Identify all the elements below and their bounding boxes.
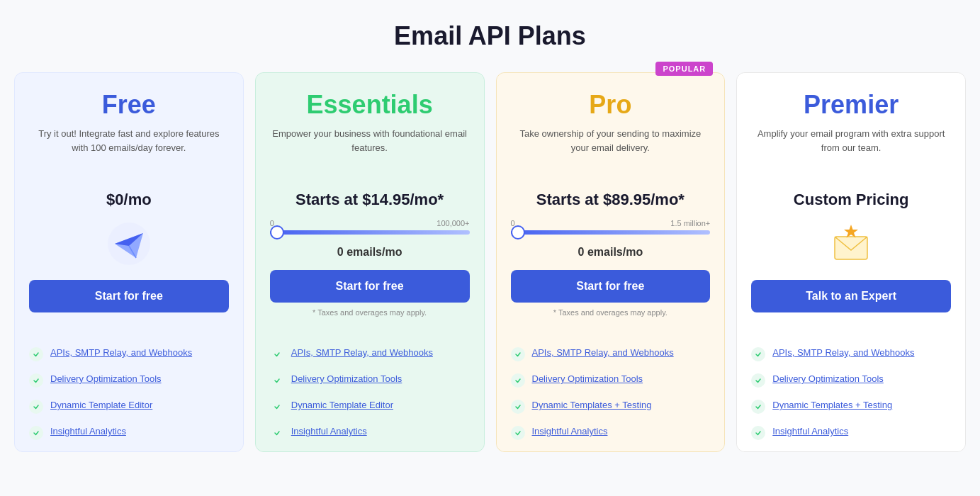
slider-labels: 0 1.5 million+ bbox=[511, 219, 711, 227]
feature-item: Delivery Optimization Tools bbox=[511, 373, 711, 388]
feature-item: Dynamic Template Editor bbox=[29, 399, 229, 414]
plan-illustration bbox=[29, 219, 229, 269]
check-icon bbox=[511, 373, 525, 388]
popular-badge: POPULAR bbox=[655, 62, 713, 76]
feature-item: Insightful Analytics bbox=[751, 425, 951, 440]
cta-button-essentials[interactable]: Start for free bbox=[270, 270, 470, 303]
plan-header: Essentials Empower your business with fo… bbox=[256, 73, 484, 176]
feature-item: APIs, SMTP Relay, and Webhooks bbox=[511, 346, 711, 361]
plan-name: Essentials bbox=[270, 90, 470, 120]
check-icon bbox=[29, 347, 43, 361]
feature-text-3[interactable]: Insightful Analytics bbox=[291, 425, 367, 438]
plan-header: Premier Amplify your email program with … bbox=[737, 73, 965, 176]
plan-description: Try it out! Integrate fast and explore f… bbox=[29, 127, 229, 162]
slider-labels: 0 100,000+ bbox=[270, 219, 470, 227]
check-icon bbox=[270, 400, 284, 414]
feature-text-2[interactable]: Dynamic Template Editor bbox=[50, 399, 152, 412]
feature-text-1[interactable]: Delivery Optimization Tools bbox=[532, 373, 643, 385]
feature-item: Dynamic Template Editor bbox=[270, 399, 470, 414]
check-icon bbox=[270, 426, 284, 440]
slider-container: 0 100,000+ bbox=[270, 219, 470, 235]
plan-name: Premier bbox=[751, 90, 951, 120]
check-icon bbox=[511, 347, 525, 361]
feature-item: Delivery Optimization Tools bbox=[270, 373, 470, 388]
plan-card-premier: Premier Amplify your email program with … bbox=[736, 72, 966, 452]
plan-description: Amplify your email program with extra su… bbox=[751, 127, 951, 162]
check-icon bbox=[29, 426, 43, 440]
feature-text-0[interactable]: APIs, SMTP Relay, and Webhooks bbox=[532, 346, 674, 359]
page-title: Email API Plans bbox=[14, 21, 966, 51]
feature-text-2[interactable]: Dynamic Templates + Testing bbox=[772, 399, 892, 412]
features-list: APIs, SMTP Relay, and Webhooks Delivery … bbox=[497, 335, 725, 451]
plan-illustration bbox=[751, 219, 951, 269]
emails-per-mo: 0 emails/mo bbox=[511, 246, 711, 259]
check-icon bbox=[270, 347, 284, 361]
plan-body: Starts at $89.95/mo* 0 1.5 million+ 0 em… bbox=[497, 176, 725, 335]
features-list: APIs, SMTP Relay, and Webhooks Delivery … bbox=[256, 335, 484, 451]
feature-item: Insightful Analytics bbox=[270, 425, 470, 440]
plan-card-pro: POPULAR Pro Take ownership of your sendi… bbox=[496, 72, 726, 452]
plan-body: $0/mo Start for free bbox=[15, 176, 243, 335]
check-icon bbox=[29, 400, 43, 414]
features-list: APIs, SMTP Relay, and Webhooks Delivery … bbox=[15, 335, 243, 451]
check-icon bbox=[751, 347, 765, 361]
check-icon bbox=[751, 400, 765, 414]
feature-item: Delivery Optimization Tools bbox=[751, 373, 951, 388]
taxes-note: * Taxes and overages may apply. bbox=[270, 308, 470, 317]
plan-price: Starts at $14.95/mo* bbox=[270, 191, 470, 209]
feature-item: Delivery Optimization Tools bbox=[29, 373, 229, 388]
check-icon bbox=[511, 426, 525, 440]
feature-item: APIs, SMTP Relay, and Webhooks bbox=[270, 346, 470, 361]
plan-body: Custom Pricing Talk to an Expert bbox=[737, 176, 965, 335]
slider-max: 100,000+ bbox=[437, 219, 469, 227]
plan-header: Pro Take ownership of your sending to ma… bbox=[497, 73, 725, 176]
feature-text-1[interactable]: Delivery Optimization Tools bbox=[291, 373, 402, 385]
feature-item: APIs, SMTP Relay, and Webhooks bbox=[29, 346, 229, 361]
plan-card-free: Free Try it out! Integrate fast and expl… bbox=[14, 72, 244, 452]
feature-text-2[interactable]: Dynamic Templates + Testing bbox=[532, 399, 652, 412]
slider-thumb[interactable] bbox=[511, 225, 525, 239]
plans-container: Free Try it out! Integrate fast and expl… bbox=[14, 72, 966, 452]
slider-thumb[interactable] bbox=[270, 225, 284, 239]
svg-marker-5 bbox=[844, 225, 858, 238]
check-icon bbox=[751, 373, 765, 388]
plan-header: Free Try it out! Integrate fast and expl… bbox=[15, 73, 243, 176]
check-icon bbox=[29, 373, 43, 388]
feature-text-0[interactable]: APIs, SMTP Relay, and Webhooks bbox=[50, 346, 192, 359]
feature-text-3[interactable]: Insightful Analytics bbox=[772, 425, 848, 438]
feature-item: Insightful Analytics bbox=[29, 425, 229, 440]
plan-price: Starts at $89.95/mo* bbox=[511, 191, 711, 209]
feature-item: Dynamic Templates + Testing bbox=[511, 399, 711, 414]
plan-price: Custom Pricing bbox=[751, 191, 951, 209]
plan-name: Free bbox=[29, 90, 229, 120]
plan-description: Empower your business with foundational … bbox=[270, 127, 470, 162]
emails-per-mo: 0 emails/mo bbox=[270, 246, 470, 259]
cta-button-premier[interactable]: Talk to an Expert bbox=[751, 280, 951, 312]
cta-button-pro[interactable]: Start for free bbox=[511, 270, 711, 303]
plan-body: Starts at $14.95/mo* 0 100,000+ 0 emails… bbox=[256, 176, 484, 335]
check-icon bbox=[751, 426, 765, 440]
taxes-note: * Taxes and overages may apply. bbox=[511, 308, 711, 317]
feature-text-2[interactable]: Dynamic Template Editor bbox=[291, 399, 393, 412]
check-icon bbox=[511, 400, 525, 414]
feature-item: Dynamic Templates + Testing bbox=[751, 399, 951, 414]
features-list: APIs, SMTP Relay, and Webhooks Delivery … bbox=[737, 335, 965, 451]
plan-price: $0/mo bbox=[29, 191, 229, 209]
feature-item: APIs, SMTP Relay, and Webhooks bbox=[751, 346, 951, 361]
slider-track bbox=[270, 230, 470, 235]
feature-text-3[interactable]: Insightful Analytics bbox=[50, 425, 126, 438]
plan-name: Pro bbox=[511, 90, 711, 120]
feature-item: Insightful Analytics bbox=[511, 425, 711, 440]
plan-card-essentials: Essentials Empower your business with fo… bbox=[255, 72, 485, 452]
feature-text-0[interactable]: APIs, SMTP Relay, and Webhooks bbox=[772, 346, 914, 359]
cta-button-free[interactable]: Start for free bbox=[29, 280, 229, 312]
feature-text-0[interactable]: APIs, SMTP Relay, and Webhooks bbox=[291, 346, 433, 359]
feature-text-3[interactable]: Insightful Analytics bbox=[532, 425, 608, 438]
feature-text-1[interactable]: Delivery Optimization Tools bbox=[772, 373, 884, 385]
slider-track bbox=[511, 230, 711, 235]
check-icon bbox=[270, 373, 284, 388]
feature-text-1[interactable]: Delivery Optimization Tools bbox=[50, 373, 162, 385]
slider-max: 1.5 million+ bbox=[670, 219, 710, 227]
slider-container: 0 1.5 million+ bbox=[511, 219, 711, 235]
plan-description: Take ownership of your sending to maximi… bbox=[511, 127, 711, 162]
